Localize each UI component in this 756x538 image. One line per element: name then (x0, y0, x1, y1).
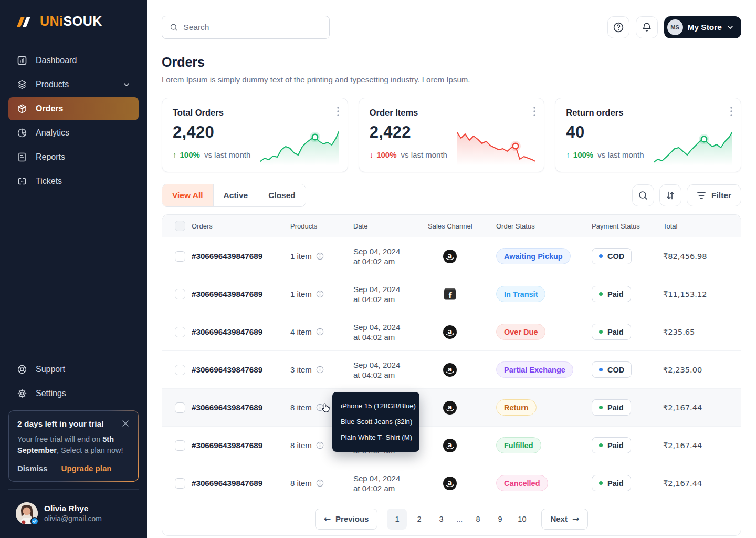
card-title: Order Items (370, 108, 534, 118)
page-button-8[interactable]: 8 (468, 509, 488, 530)
divider (8, 489, 139, 490)
select-all-checkbox[interactable] (175, 221, 185, 231)
items-count: 8 item (290, 403, 312, 412)
arrow-right-icon: → (572, 514, 579, 524)
info-icon[interactable] (316, 441, 324, 450)
table-row[interactable]: #306696439847689 3 item Sep 04, 2024 at … (162, 350, 741, 388)
order-total: ₹235.65 (663, 327, 741, 336)
row-checkbox[interactable] (175, 327, 185, 337)
page-button-1[interactable]: 1 (387, 509, 407, 530)
info-icon[interactable] (316, 403, 324, 412)
bell-icon (641, 22, 653, 33)
info-icon[interactable] (316, 252, 324, 261)
next-button[interactable]: Next → (541, 509, 588, 530)
upgrade-plan-button[interactable]: Upgrade plan (61, 464, 112, 473)
sort-button[interactable] (659, 184, 681, 206)
amazon-icon: a (443, 400, 457, 415)
info-icon[interactable] (316, 327, 324, 336)
logo-text: UNiSOUK (40, 14, 102, 29)
dismiss-button[interactable]: Dismiss (17, 464, 48, 473)
table-row[interactable]: #306696439847689 4 item Sep 04, 2024 at … (162, 313, 741, 350)
card-title: Return orders (566, 108, 730, 118)
order-status-badge: Partial Exchange (496, 361, 573, 378)
stat-card-return-orders: Return orders 40 ↑100%vs last month (555, 98, 741, 172)
previous-button[interactable]: ← Previous (315, 509, 378, 530)
table-row[interactable]: #306696439847689 8 item Sep 04, 2024 at … (162, 426, 741, 464)
sidebar-item-analytics[interactable]: Analytics (8, 121, 139, 144)
row-checkbox[interactable] (175, 402, 185, 413)
amazon-icon: a (443, 249, 457, 264)
sidebar: UNiSOUK DashboardProductsOrdersAnalytics… (0, 0, 147, 538)
store-switcher[interactable]: MS My Store (664, 16, 741, 38)
row-checkbox[interactable] (175, 289, 185, 299)
layers-icon (17, 79, 27, 90)
gear-icon (17, 388, 27, 399)
header-order-status: Order Status (496, 222, 592, 230)
info-icon[interactable] (316, 479, 324, 488)
search-box[interactable] (162, 16, 330, 39)
page-button-10[interactable]: 10 (512, 509, 532, 530)
pagination: ← Previous 123...8910 Next → (162, 502, 741, 535)
row-checkbox[interactable] (175, 440, 185, 451)
tab-closed[interactable]: Closed (258, 184, 306, 206)
report-icon (17, 152, 27, 162)
sidebar-item-reports[interactable]: Reports (8, 146, 139, 169)
page-ellipsis: ... (453, 515, 466, 523)
order-time: at 04:02 am (353, 333, 395, 342)
amazon-icon: a (443, 325, 457, 339)
table-search-button[interactable] (632, 184, 654, 206)
card-title: Total Orders (173, 108, 337, 118)
kebab-menu-icon[interactable] (533, 107, 536, 116)
sidebar-item-label: Analytics (36, 128, 69, 138)
filter-button[interactable]: Filter (687, 184, 741, 206)
table-row[interactable]: #306696439847689 8 item Sep 04, 2024 at … (162, 388, 741, 426)
header-total: Total (663, 222, 741, 230)
notifications-button[interactable] (636, 16, 658, 38)
tab-view-all[interactable]: View All (162, 184, 213, 206)
help-button[interactable] (607, 16, 629, 38)
info-icon[interactable] (316, 365, 324, 374)
header-orders: Orders (192, 222, 290, 230)
kebab-menu-icon[interactable] (337, 107, 339, 116)
sidebar-item-tickets[interactable]: Tickets (8, 170, 139, 193)
stat-card-total-orders: Total Orders 2,420 ↑100%vs last month (162, 98, 348, 172)
tooltip-item: Plain White T- Shirt (M) (341, 430, 411, 446)
info-icon[interactable] (316, 289, 324, 298)
tab-active[interactable]: Active (213, 184, 258, 206)
sort-icon (665, 190, 676, 201)
sidebar-item-settings[interactable]: Settings (8, 382, 139, 405)
sidebar-item-label: Dashboard (36, 56, 77, 65)
search-input[interactable] (183, 23, 322, 32)
sidebar-item-dashboard[interactable]: Dashboard (8, 49, 139, 72)
store-avatar: MS (667, 19, 683, 35)
sidebar-item-support[interactable]: Support (8, 358, 139, 381)
table-row[interactable]: #306696439847689 1 item Sep 04, 2024 at … (162, 275, 741, 313)
trend-arrow-icon: ↑ (566, 150, 570, 159)
table-row[interactable]: #306696439847689 1 item Sep 04, 2024 at … (162, 237, 741, 275)
close-icon[interactable] (121, 419, 130, 428)
order-id: #306696439847689 (192, 441, 290, 450)
user-email: olivia@gmail.com (44, 514, 102, 523)
page-button-2[interactable]: 2 (409, 509, 429, 530)
svg-text:a: a (448, 327, 453, 335)
sidebar-item-products[interactable]: Products (8, 73, 139, 96)
svg-text:a: a (448, 251, 453, 259)
row-checkbox[interactable] (175, 478, 185, 489)
sidebar-bottom-nav: SupportSettings (0, 358, 147, 405)
page-button-9[interactable]: 9 (490, 509, 510, 530)
amazon-icon: a (443, 476, 457, 491)
kebab-menu-icon[interactable] (730, 107, 732, 116)
page-button-3[interactable]: 3 (431, 509, 451, 530)
row-checkbox[interactable] (175, 365, 185, 375)
table-header: Orders Products Date Sales Channel Order… (162, 215, 741, 237)
table-row[interactable]: #306696439847689 8 item Sep 04, 2024 at … (162, 464, 741, 502)
svg-text:a: a (448, 365, 453, 373)
svg-text:f: f (448, 291, 452, 299)
row-checkbox[interactable] (175, 251, 185, 262)
header-products: Products (290, 222, 353, 230)
user-profile[interactable]: Olivia Rhye olivia@gmail.com (0, 493, 147, 538)
sidebar-item-orders[interactable]: Orders (8, 97, 139, 120)
sidebar-item-label: Products (36, 80, 69, 89)
order-status-badge: Over Due (496, 324, 545, 340)
orders-table: Orders Products Date Sales Channel Order… (162, 214, 741, 536)
